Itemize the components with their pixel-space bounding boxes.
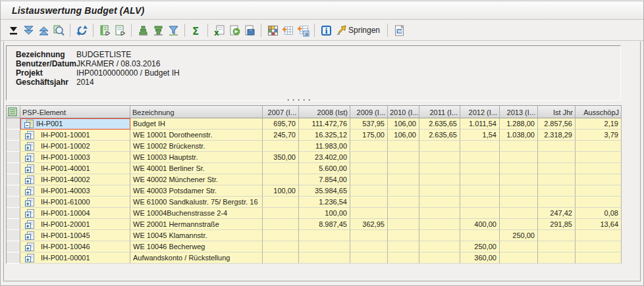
psp-element-cell[interactable]: IH-P001-40002	[20, 174, 130, 185]
value-cell[interactable]: 2.635,65	[419, 130, 460, 141]
expand-node-icon[interactable]	[24, 231, 34, 241]
value-cell[interactable]: 100,00	[299, 208, 350, 219]
value-cell[interactable]	[419, 230, 460, 241]
value-cell[interactable]: 1.288,00	[500, 118, 538, 130]
local-file-export-button[interactable]	[228, 24, 241, 37]
value-cell[interactable]: 400,00	[460, 219, 500, 230]
psp-element-cell[interactable]: IH-P001-10001	[20, 130, 130, 141]
value-cell[interactable]	[350, 163, 388, 174]
value-cell[interactable]: 0,08	[576, 208, 622, 219]
row-selector[interactable]	[7, 174, 20, 185]
value-cell[interactable]	[263, 219, 299, 230]
value-cell[interactable]: 291,85	[538, 219, 576, 230]
expand-node-icon[interactable]	[24, 220, 34, 229]
choose-detail-button[interactable]	[98, 24, 111, 37]
bezeichnung-cell[interactable]: WE 10003 Hauptstr.	[130, 152, 263, 163]
value-cell[interactable]	[460, 174, 500, 185]
value-cell[interactable]	[460, 185, 500, 197]
value-cell[interactable]: 350,00	[263, 152, 299, 163]
value-cell[interactable]	[350, 152, 388, 163]
value-cell[interactable]	[388, 141, 419, 152]
info-button[interactable]: i	[319, 24, 333, 37]
value-cell[interactable]	[500, 252, 538, 264]
value-cell[interactable]	[263, 174, 299, 185]
value-cell[interactable]: 537,95	[350, 118, 388, 130]
value-cell[interactable]	[350, 252, 388, 264]
value-cell[interactable]	[500, 241, 538, 252]
value-cell[interactable]	[538, 163, 576, 174]
value-cell[interactable]	[460, 163, 500, 174]
row-selector[interactable]	[7, 141, 20, 152]
bezeichnung-cell[interactable]: Budget IH	[130, 118, 263, 130]
value-cell[interactable]	[576, 241, 622, 252]
row-selector[interactable]	[7, 118, 20, 130]
expand-node-icon[interactable]	[24, 176, 34, 185]
value-cell[interactable]	[419, 219, 460, 230]
psp-element-cell[interactable]: IH-P001-40003	[20, 185, 130, 197]
value-cell[interactable]	[263, 241, 299, 252]
value-cell[interactable]: 5.600,00	[299, 163, 350, 174]
value-cell[interactable]	[500, 174, 538, 185]
value-cell[interactable]	[388, 252, 419, 264]
page-up-button[interactable]	[37, 24, 50, 37]
bottom-button[interactable]	[7, 24, 20, 37]
value-cell[interactable]	[388, 152, 419, 163]
value-cell[interactable]	[576, 185, 622, 197]
value-cell[interactable]	[419, 174, 460, 185]
bezeichnung-cell[interactable]: WE 10002 Brückenstr.	[130, 141, 263, 152]
value-cell[interactable]: 695,70	[263, 118, 299, 130]
value-cell[interactable]: 1.011,54	[460, 118, 500, 130]
value-cell[interactable]: 247,42	[538, 208, 576, 219]
value-cell[interactable]	[460, 152, 500, 163]
column-header[interactable]: 2009 (I...	[350, 106, 388, 118]
value-cell[interactable]	[460, 208, 500, 219]
value-cell[interactable]: 8.987,45	[299, 219, 350, 230]
column-header[interactable]: PSP-Element	[20, 106, 130, 118]
row-selector[interactable]	[7, 252, 20, 264]
column-header[interactable]: Ist Jhr	[538, 106, 576, 118]
filter-button[interactable]	[167, 24, 180, 37]
value-cell[interactable]	[500, 185, 538, 197]
word-document-button[interactable]: W	[392, 24, 406, 37]
row-selector[interactable]	[7, 230, 20, 241]
value-cell[interactable]	[419, 141, 460, 152]
value-cell[interactable]	[460, 197, 500, 208]
value-cell[interactable]: 2,19	[576, 118, 622, 130]
value-cell[interactable]	[500, 219, 538, 230]
expand-node-icon[interactable]	[24, 198, 34, 207]
column-header[interactable]: 2013 (I...	[500, 106, 538, 118]
value-cell[interactable]	[350, 241, 388, 252]
value-cell[interactable]	[388, 230, 419, 241]
value-cell[interactable]	[263, 141, 299, 152]
value-cell[interactable]	[263, 208, 299, 219]
refresh-button[interactable]	[75, 24, 88, 37]
value-cell[interactable]	[576, 174, 622, 185]
value-cell[interactable]: 11.983,00	[299, 141, 350, 152]
value-cell[interactable]	[538, 252, 576, 264]
value-cell[interactable]	[538, 185, 576, 197]
value-cell[interactable]	[419, 241, 460, 252]
value-cell[interactable]: 245,70	[263, 130, 299, 141]
value-cell[interactable]: 2.635,65	[419, 118, 460, 130]
expand-node-icon[interactable]	[24, 131, 34, 140]
expand-node-icon[interactable]	[24, 187, 34, 196]
value-cell[interactable]	[576, 252, 622, 264]
row-selector[interactable]	[7, 130, 20, 141]
collapse-node-icon[interactable]	[24, 120, 34, 129]
value-cell[interactable]	[576, 152, 622, 163]
choose-layout-button[interactable]	[266, 24, 279, 37]
psp-element-cell[interactable]: IH-P001-10002	[20, 141, 130, 152]
row-selector[interactable]	[7, 208, 20, 219]
value-cell[interactable]	[388, 241, 419, 252]
value-cell[interactable]	[263, 197, 299, 208]
column-header[interactable]: AusschöpJ	[576, 106, 622, 118]
value-cell[interactable]	[299, 252, 350, 264]
value-cell[interactable]: 2.857,56	[538, 118, 576, 130]
bezeichnung-cell[interactable]: WE 40002 Münchener Str.	[130, 174, 263, 185]
value-cell[interactable]: 106,00	[388, 130, 419, 141]
value-cell[interactable]: 2.318,29	[538, 130, 576, 141]
value-cell[interactable]	[500, 152, 538, 163]
mail-button[interactable]	[243, 24, 256, 37]
value-cell[interactable]	[350, 185, 388, 197]
value-cell[interactable]	[419, 152, 460, 163]
